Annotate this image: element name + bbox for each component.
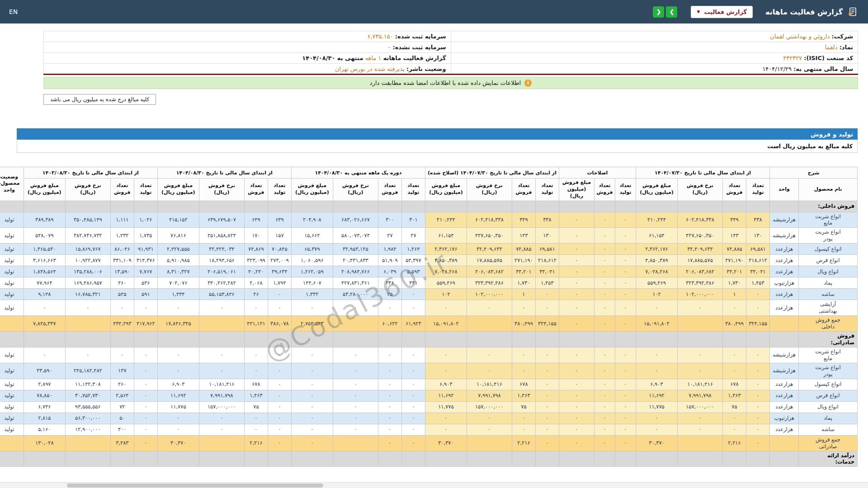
product-status: تولید xyxy=(0,413,24,424)
value-cell: ۱۷۰ xyxy=(244,228,268,244)
report-type-label: گزارش فعالیت xyxy=(704,9,747,15)
value-cell: ۱۵۷ xyxy=(268,228,291,244)
value-cell xyxy=(467,316,512,332)
value-cell: ۲۱۸,۶۱۲ xyxy=(746,255,770,266)
info-label: وضعیت ناشر: xyxy=(406,66,446,72)
value-cell: ۸,۳۱۰,۳۲۷ xyxy=(157,266,199,277)
value-cell: ۳۸۰,۴۹۹ xyxy=(512,316,535,332)
value-cell: ۰ xyxy=(615,255,636,266)
value-cell: ۱,۲۶۲,۰۵۹ xyxy=(291,266,333,277)
nav-forward-button[interactable]: ❯ xyxy=(666,6,677,18)
cell xyxy=(746,451,770,467)
value-cell xyxy=(678,435,723,451)
value-cell: ۶,۹۰۳ xyxy=(636,379,677,390)
value-cell: ۰ xyxy=(594,289,615,300)
language-toggle[interactable]: EN xyxy=(9,8,18,15)
signed-info-bar: i اطلاعات نمایش داده شده با اطلاعات امضا… xyxy=(43,77,858,89)
value-cell: ۰ xyxy=(615,424,636,435)
value-cell: ۱۱,۷۷۵ xyxy=(425,401,467,413)
cell xyxy=(723,201,746,212)
value-cell: ۰ xyxy=(615,212,636,228)
value-cell: ۳۳۸ xyxy=(746,212,770,228)
value-cell: ۰ xyxy=(333,401,378,413)
value-cell: ۴۱۷,۹۶۲ xyxy=(134,316,157,332)
value-cell: ۰ xyxy=(244,424,268,435)
nav-back-button[interactable]: ❮ xyxy=(653,6,664,18)
value-cell: ۱,۷۳۰ xyxy=(723,277,746,289)
value-cell: ۰ xyxy=(291,347,333,363)
cell xyxy=(65,201,110,212)
value-cell: ۰ xyxy=(401,424,425,435)
value-cell: ۰ xyxy=(594,379,615,390)
product-unit: هزارعدد xyxy=(770,255,799,266)
value-cell: ۲۰۶,۰۸۳,۶۸۲ xyxy=(678,266,723,277)
value-cell: ۲۶۰ xyxy=(110,379,134,390)
value-cell: ۲۱۰,۲۴۴ xyxy=(425,212,467,228)
cell xyxy=(425,201,467,212)
product-status xyxy=(0,316,24,332)
value-cell: ۰ xyxy=(594,255,615,266)
product-status: تولید xyxy=(0,390,24,401)
value-cell: ۵۹۱ xyxy=(134,289,157,300)
value-cell: ۰ xyxy=(268,424,291,435)
value-cell: ۰ xyxy=(559,424,594,435)
product-status xyxy=(0,435,24,451)
value-cell: ۰ xyxy=(268,390,291,401)
value-cell: ۱,۹۸۴ xyxy=(378,244,401,255)
value-cell: ۱۰,۱۸۱,۴۱۶ xyxy=(199,379,244,390)
value-cell: ۱,۸۳۸,۵۶۴ xyxy=(24,266,65,277)
value-cell: ۰ xyxy=(199,363,244,379)
column-header: تعداد تولید xyxy=(746,178,770,201)
section-row: فروش صادراتی: xyxy=(0,332,858,347)
value-cell: ۰ xyxy=(157,347,199,363)
company-info-cell: نماد: دلقما xyxy=(451,42,858,53)
value-cell: ۰ xyxy=(110,347,134,363)
value-cell: ۱,۷۳۵ xyxy=(134,228,157,244)
value-cell: ۲,۸۹۷ xyxy=(24,379,65,390)
value-cell: ۰ xyxy=(535,401,559,413)
cell xyxy=(636,451,677,467)
value-cell: ۶۳۹,۶۷۹,۵۰۷ xyxy=(199,212,244,228)
value-cell: ۰ xyxy=(333,347,378,363)
value-cell: ۰ xyxy=(401,390,425,401)
value-cell: ۲,۳۶۲,۱۷۶ xyxy=(636,244,677,255)
value-cell: ۲۴۵,۱۸۲,۴۸۲ xyxy=(65,363,110,379)
value-cell: ۰ xyxy=(268,435,291,451)
cell xyxy=(467,332,512,347)
cell xyxy=(425,332,467,347)
value-cell: ۱ xyxy=(723,289,746,300)
cell xyxy=(770,451,799,467)
value-cell: ۴۲۷,۶۵۰,۳۵۰ xyxy=(678,228,723,244)
value-cell: ۱,۴۵۳ xyxy=(746,277,770,289)
value-cell: ۱۰۲ xyxy=(636,289,677,300)
value-cell: ۱۷,۸۸۵,۵۷۵ xyxy=(678,255,723,266)
value-cell: ۶,۷۳۶ xyxy=(24,401,65,413)
horizontal-scrollbar[interactable] xyxy=(0,482,868,488)
value-cell: ۲۷ xyxy=(378,228,401,244)
value-cell: ۰ xyxy=(467,347,512,363)
value-cell: ۲,۵۶۴ xyxy=(110,390,134,401)
value-cell: ۰ xyxy=(594,435,615,451)
value-cell: ۵۵۹,۴۶۹ xyxy=(636,277,677,289)
value-cell: ۰ xyxy=(594,266,615,277)
cell xyxy=(268,332,291,347)
value-cell: ۰ xyxy=(134,390,157,401)
cell xyxy=(401,332,425,347)
value-cell: ۰ xyxy=(535,289,559,300)
value-cell: ۰ xyxy=(615,379,636,390)
value-cell: ۰ xyxy=(268,363,291,379)
cell xyxy=(559,332,594,347)
value-cell: ۰ xyxy=(333,413,378,424)
value-cell: ۰ xyxy=(401,347,425,363)
value-cell: ۱۰,۱۸۱,۴۱۶ xyxy=(678,379,723,390)
value-cell: ۰ xyxy=(425,347,467,363)
table-row: ساشههزارعدد۰۱۱۰۲,۰۰۰,۰۰۰۱۰۲۰۰۰۰۱۱۰۲,۰۰۰,… xyxy=(0,289,858,300)
value-cell: ۵۵۹,۴۶۹ xyxy=(425,277,467,289)
production-table: شرحاز ابتدای سال مالی تا تاریخ ۱۴۰۴/۰۷/۳… xyxy=(0,167,858,467)
value-cell: ۰ xyxy=(291,390,333,401)
scrollbar-thumb[interactable] xyxy=(67,483,323,488)
value-cell: ۰ xyxy=(244,363,268,379)
value-cell: ۱,۷۳۰ xyxy=(512,277,535,289)
report-type-select[interactable]: گزارش فعالیت ▼ xyxy=(691,6,753,18)
cell xyxy=(0,451,24,467)
